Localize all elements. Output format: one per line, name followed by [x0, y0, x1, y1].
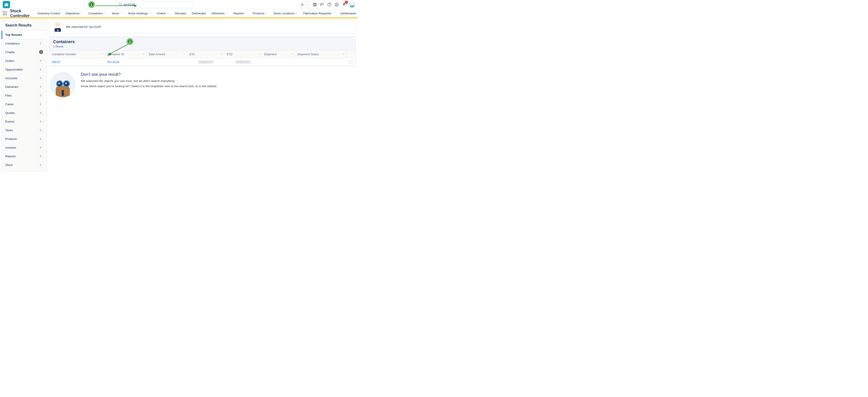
sidebar-item-count: 0 — [38, 67, 43, 71]
nav-item-containers[interactable]: Containers — [86, 9, 108, 18]
nav-item-allocator[interactable]: Allocator — [173, 9, 189, 18]
chevron-down-icon[interactable] — [104, 12, 106, 15]
svg-marker-2 — [301, 3, 304, 6]
cell-date-arrived — [146, 58, 187, 66]
nav-item-inventory-control[interactable]: Inventory Control — [35, 9, 62, 18]
favorites-toggle[interactable] — [300, 2, 310, 7]
app-launcher-icon[interactable] — [3, 11, 7, 16]
nav-item-label: Orders — [157, 12, 166, 15]
sidebar-item-label: Stock — [5, 163, 13, 167]
nav-item-reports[interactable]: Reports — [231, 9, 250, 18]
gear-icon[interactable] — [334, 2, 339, 7]
cell-eta: 14/06/2023 — [187, 58, 224, 66]
add-icon[interactable] — [312, 2, 317, 7]
salesforce-cloud-icon[interactable] — [320, 2, 324, 7]
svg-point-0 — [119, 3, 121, 5]
sidebar-item-events[interactable]: Events0 — [2, 117, 47, 126]
nav-item-orders[interactable]: Orders — [155, 9, 172, 18]
sidebar-item-cases[interactable]: Cases0 — [2, 100, 47, 109]
nav-item-products[interactable]: Products — [250, 9, 270, 18]
sidebar-item-top-results[interactable]: Top Results — [2, 31, 47, 39]
sidebar-item-accounts[interactable]: Accounts0 — [2, 74, 47, 83]
chevron-down-icon[interactable] — [257, 53, 260, 56]
column-shipment-status[interactable]: Shipment Status — [295, 51, 346, 58]
sidebar-item-count: 0 — [38, 85, 43, 89]
column-shipment[interactable]: Shipment — [261, 51, 295, 58]
svg-point-6 — [336, 4, 337, 5]
sidebar-item-label: Orders — [5, 59, 14, 63]
nav-item-stock-locations[interactable]: Stock Locations — [271, 9, 300, 18]
chevron-down-icon[interactable] — [357, 12, 358, 15]
chevron-down-icon[interactable] — [295, 12, 298, 15]
column-container-number[interactable]: Container Number — [50, 51, 105, 58]
column-label: ETD — [227, 53, 232, 56]
sidebar-item-products[interactable]: Products0 — [2, 134, 47, 143]
nav-item-dashboards[interactable]: Dashboards — [338, 9, 358, 18]
cell-shipment-status — [295, 58, 346, 66]
nav-item-stock[interactable]: Stock — [110, 9, 125, 18]
svg-point-7 — [41, 51, 41, 52]
chevron-down-icon[interactable] — [291, 53, 293, 56]
sidebar-item-deliveries[interactable]: Deliveries0 — [2, 83, 47, 91]
chevron-down-icon[interactable] — [225, 12, 228, 15]
sidebar-item-label: Tasks — [5, 128, 13, 132]
cell-container-number[interactable]: 00070 — [50, 58, 105, 66]
column-etd[interactable]: ETD — [224, 51, 261, 58]
chevron-down-icon[interactable] — [80, 12, 83, 15]
chevron-down-icon[interactable] — [342, 53, 344, 56]
chevron-down-icon[interactable] — [142, 53, 145, 56]
sidebar-item-orders[interactable]: Orders0 — [2, 56, 47, 65]
column-label: Container Number — [52, 53, 76, 56]
column-container-id[interactable]: Container ID — [105, 51, 146, 58]
cell-container-id[interactable]: PO-0118 — [105, 58, 146, 66]
sidebar-item-label: Opportunities — [5, 68, 23, 71]
sidebar-item-opportunities[interactable]: Opportunities0 — [2, 65, 47, 74]
chevron-down-icon[interactable] — [149, 12, 151, 15]
sidebar-item-count: 0 — [38, 76, 43, 80]
nav-item-deliveries[interactable]: Deliveries — [209, 9, 230, 18]
column-label: Container ID — [107, 53, 124, 56]
nav-item-fabrication-requests[interactable]: Fabrication Requests — [301, 9, 337, 18]
sidebar-item-label: Reports — [5, 155, 16, 158]
chevron-down-icon[interactable] — [305, 2, 310, 7]
nav-item-label: Products — [253, 12, 265, 15]
column-date-arrived[interactable]: Date Arrived — [146, 51, 187, 58]
avatar[interactable] — [349, 1, 355, 8]
chevron-down-icon[interactable] — [220, 53, 223, 56]
notifications-icon[interactable]: 1 — [342, 2, 347, 7]
chevron-down-icon[interactable] — [167, 12, 169, 15]
help-icon[interactable] — [327, 2, 332, 7]
nav-item-label: Inventory Control — [37, 12, 60, 15]
sidebar-item-containers[interactable]: Containers1 — [2, 39, 47, 48]
nav-item-stock-holdings[interactable]: Stock Holdings — [126, 9, 154, 18]
app-name: Stock Controller — [10, 9, 30, 18]
sidebar-item-label: Products — [5, 137, 17, 141]
table-row[interactable]: 00070 PO-0118 14/06/2023 31/05/2023 — [50, 58, 355, 66]
header-actions: 1 — [300, 1, 355, 8]
row-action-menu[interactable] — [348, 60, 353, 64]
chevron-down-icon[interactable] — [245, 12, 247, 15]
chevron-down-icon[interactable] — [266, 12, 268, 15]
chevron-down-icon[interactable] — [332, 12, 335, 15]
binoculars-icon — [50, 72, 75, 97]
nav-item-label: Deliveries — [212, 12, 225, 15]
sidebar-item-quotes[interactable]: Quotes0 — [2, 109, 47, 117]
sidebar-item-chatter[interactable]: Chatter — [2, 48, 47, 56]
sidebar-item-stock[interactable]: Stock0 — [2, 160, 47, 169]
chevron-down-icon[interactable] — [120, 12, 123, 15]
sidebar-item-count: 0 — [38, 93, 43, 97]
nav-item-deliverator[interactable]: Deliverator — [189, 9, 209, 18]
chevron-down-icon[interactable] — [101, 53, 104, 56]
chevron-down-icon[interactable] — [183, 53, 185, 56]
sidebar-item-invoices[interactable]: Invoices0 — [2, 143, 47, 152]
column-label: Date Arrived — [149, 53, 165, 56]
sidebar-item-reports[interactable]: Reports0 — [2, 152, 47, 160]
global-header: 1 — [0, 0, 358, 9]
search-input[interactable] — [117, 1, 192, 8]
sidebar-item-tasks[interactable]: Tasks0 — [2, 126, 47, 134]
sidebar-item-files[interactable]: Files0 — [2, 91, 47, 100]
nav-item-shipments[interactable]: Shipments — [63, 9, 85, 18]
star-icon[interactable] — [300, 2, 305, 7]
column-eta[interactable]: ETA — [187, 51, 224, 58]
nav-items: Inventory ControlShipmentsContainersStoc… — [35, 9, 358, 18]
